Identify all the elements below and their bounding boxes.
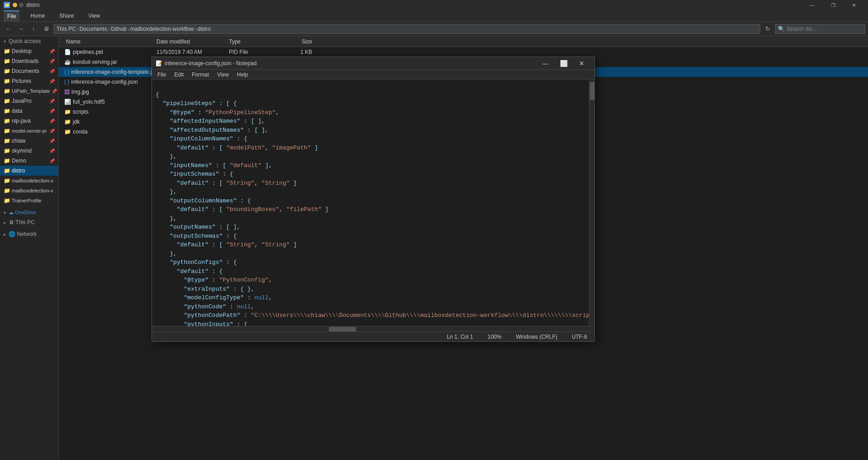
- sidebar-label: UIPath_Template: [12, 88, 50, 94]
- sidebar-label: chiaw: [12, 138, 26, 144]
- sidebar-header-this-pc[interactable]: ▸ 🖥 This PC: [0, 217, 58, 227]
- sidebar-label: distro: [12, 168, 25, 174]
- sidebar-header-network[interactable]: ▸ 🌐 Network: [0, 229, 58, 239]
- sidebar-label: Pictures: [12, 78, 31, 84]
- breadcrumb-sep-1: ›: [77, 26, 79, 32]
- breadcrumb-this-pc[interactable]: This PC: [57, 26, 76, 32]
- menu-file[interactable]: File: [154, 71, 170, 79]
- pin-icon: 📌: [49, 149, 55, 153]
- sidebar-item-skymind[interactable]: 📁 skymind 📌: [0, 146, 58, 156]
- notepad-maximize-button[interactable]: ⬜: [555, 57, 573, 70]
- file-name: konduit-serving.jar: [73, 59, 117, 65]
- menu-edit[interactable]: Edit: [171, 71, 187, 79]
- chevron-down-icon: ▾: [4, 39, 6, 44]
- breadcrumb-sep-4: ›: [194, 26, 196, 32]
- back-button[interactable]: ←: [3, 24, 14, 34]
- sidebar-item-demo[interactable]: 📁 Demo 📌: [0, 156, 58, 166]
- menu-view[interactable]: View: [213, 71, 232, 79]
- search-box[interactable]: 🔍 Search dis...: [775, 24, 865, 34]
- chevron-right-icon: ▸: [4, 232, 6, 237]
- tab-view[interactable]: View: [85, 11, 104, 21]
- sidebar-item-mailbox1[interactable]: 📁 mailboxdetection-v: [0, 176, 58, 186]
- close-button[interactable]: ✕: [844, 0, 864, 10]
- file-name: inference-image-config-template.json: [71, 69, 153, 75]
- minimize-button[interactable]: —: [802, 0, 823, 10]
- json-file-icon: { }: [64, 79, 69, 85]
- network-label: 🌐 Network: [9, 231, 37, 237]
- col-header-size[interactable]: Size: [280, 38, 316, 45]
- folder-icon: 📁: [4, 68, 10, 74]
- sidebar-item-uipath[interactable]: 📁 UIPath_Template 📌: [0, 86, 58, 96]
- sidebar-header-quick-access[interactable]: ▾ Quick access: [0, 36, 58, 46]
- notepad-position: Ln 1, Col 1: [447, 334, 473, 340]
- file-name: pipelines.pid: [73, 49, 103, 55]
- tab-share[interactable]: Share: [56, 11, 77, 21]
- notepad-close-button[interactable]: ✕: [573, 57, 591, 70]
- refresh-button[interactable]: ↻: [762, 24, 773, 34]
- breadcrumb-distro[interactable]: distro: [197, 26, 210, 32]
- notepad-scrollbar[interactable]: [589, 80, 594, 326]
- sidebar-item-documents[interactable]: 📁 Documents 📌: [0, 66, 58, 76]
- sidebar-item-chiaw[interactable]: 📁 chiaw 📌: [0, 136, 58, 146]
- file-name: conda: [73, 129, 88, 135]
- breadcrumb-documents[interactable]: Documents: [80, 26, 107, 32]
- breadcrumb-mailbox[interactable]: mailboxdetection-workflow: [130, 26, 194, 32]
- sidebar-item-mailbox2[interactable]: 📁 mailboxdetection-v: [0, 186, 58, 196]
- notepad-window: 📝 inference-image-config.json - Notepad …: [152, 57, 595, 342]
- sidebar-item-trainer[interactable]: 📁 TrainerProfile: [0, 196, 58, 206]
- sidebar-label: skymind: [12, 148, 32, 154]
- pin-icon: 📌: [49, 69, 55, 74]
- quick-access-label: Quick access: [9, 38, 41, 44]
- col-header-type[interactable]: Type: [225, 38, 280, 45]
- breadcrumb[interactable]: This PC › Documents › Github › mailboxde…: [53, 24, 760, 34]
- tab-home[interactable]: Home: [27, 11, 48, 21]
- up-button[interactable]: ↑: [28, 24, 39, 34]
- sidebar-item-nlp-java[interactable]: 📁 nlp-java 📌: [0, 116, 58, 126]
- breadcrumb-github[interactable]: Github: [110, 26, 126, 32]
- pin-icon: 📌: [49, 119, 55, 124]
- hdf-file-icon: 📊: [64, 99, 71, 105]
- tab-file[interactable]: File: [4, 10, 19, 21]
- file-date: 11/5/2019 7:40 AM: [153, 49, 225, 55]
- maximize-button[interactable]: ❐: [823, 0, 844, 10]
- folder-icon: 📁: [4, 118, 10, 124]
- sidebar-item-pictures[interactable]: 📁 Pictures 📌: [0, 76, 58, 86]
- scrollbar-thumb[interactable]: [590, 82, 594, 100]
- menu-format[interactable]: Format: [188, 71, 213, 79]
- notepad-editor[interactable]: { "pipelineSteps" : [ { "@type" : "Pytho…: [152, 80, 589, 326]
- notepad-title-left: 📝 inference-image-config.json - Notepad: [156, 60, 256, 67]
- sidebar-item-desktop[interactable]: 📁 Desktop 📌: [0, 46, 58, 56]
- menu-help[interactable]: Help: [233, 71, 252, 79]
- col-header-name[interactable]: Name: [62, 38, 153, 45]
- sidebar-item-downloads[interactable]: 📁 Downloads 📌: [0, 56, 58, 66]
- window-title: distro: [26, 2, 39, 8]
- sidebar-label: nlp-java: [12, 118, 31, 124]
- sidebar-item-javapro[interactable]: 📁 JavaPro 📌: [0, 96, 58, 106]
- col-date-label: Date modified: [157, 38, 190, 45]
- title-bar-dots: [13, 3, 24, 7]
- file-name: img.jpg: [71, 89, 89, 95]
- notepad-minimize-button[interactable]: —: [536, 57, 555, 70]
- pid-file-icon: 📄: [64, 49, 71, 55]
- pin-icon: 📌: [49, 109, 55, 114]
- sidebar-label: TrainerProfile: [12, 198, 42, 203]
- col-type-label: Type: [229, 38, 241, 45]
- breadcrumb-sep-3: ›: [128, 26, 129, 32]
- col-name-label: Name: [66, 38, 81, 45]
- file-row-pipelines[interactable]: 📄pipelines.pid 11/5/2019 7:40 AM PID Fil…: [59, 47, 868, 57]
- sidebar-header-onedrive[interactable]: ▾ ☁ OneDrive: [0, 207, 58, 217]
- forward-button[interactable]: →: [15, 24, 26, 34]
- file-name: jdk: [73, 119, 80, 125]
- hscroll-thumb[interactable]: [329, 327, 356, 331]
- notepad-title-bar: 📝 inference-image-config.json - Notepad …: [152, 57, 594, 70]
- sidebar-item-data[interactable]: 📁 data 📌: [0, 106, 58, 116]
- notepad-zoom: 100%: [488, 334, 502, 340]
- sidebar-item-distro[interactable]: 📁 distro: [0, 166, 58, 176]
- pin-icon: 📌: [49, 139, 55, 144]
- sidebar-item-model-server[interactable]: 📁 model-server-pr 📌: [0, 126, 58, 136]
- pin-icon: 📌: [49, 59, 55, 64]
- notepad-hscroll[interactable]: [152, 326, 594, 331]
- onedrive-label: ☁ OneDrive: [9, 210, 36, 216]
- col-header-date[interactable]: Date modified: [153, 38, 225, 45]
- file-size: 1 KB: [280, 49, 316, 55]
